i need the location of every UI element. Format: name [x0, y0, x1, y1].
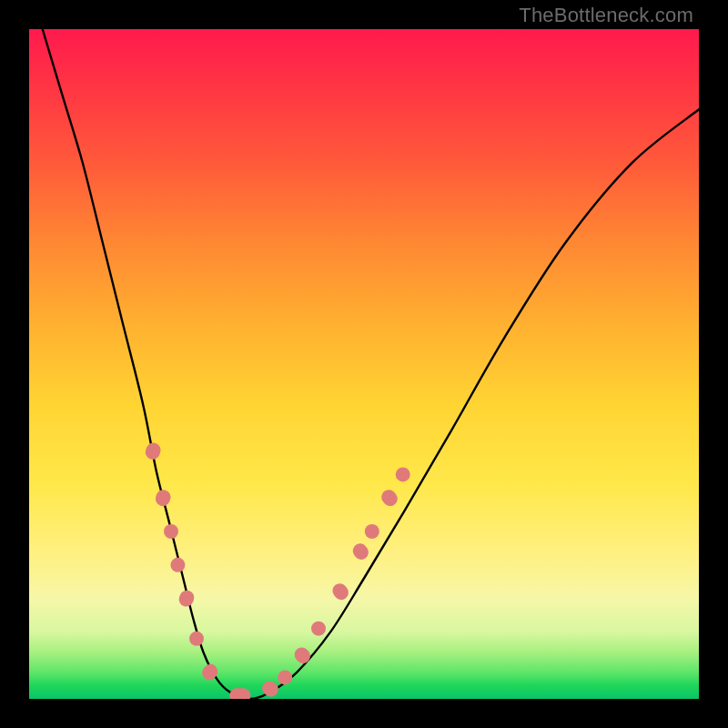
- marker-dot: [311, 622, 326, 636]
- chart-overlay: [29, 29, 699, 699]
- marker-pill: [229, 688, 250, 699]
- marker-pill: [379, 487, 400, 509]
- marker-pill: [144, 440, 163, 461]
- watermark-text: TheBottleneck.com: [519, 4, 693, 27]
- marker-pill: [291, 644, 313, 666]
- marker-pill: [154, 488, 173, 508]
- marker-dot: [396, 467, 410, 481]
- chart-plot-area: TheBottleneck.com: [29, 29, 699, 699]
- marker-pill: [329, 581, 351, 602]
- marker-pill: [177, 588, 196, 608]
- marker-dot: [170, 558, 185, 572]
- marker-dot: [365, 524, 379, 539]
- bottleneck-curve: [43, 29, 699, 699]
- marker-dot: [278, 670, 292, 684]
- marker-dot: [164, 524, 178, 539]
- chart-frame: TheBottleneck.com: [0, 0, 728, 728]
- marker-pill: [349, 541, 371, 562]
- marker-dot: [189, 632, 204, 646]
